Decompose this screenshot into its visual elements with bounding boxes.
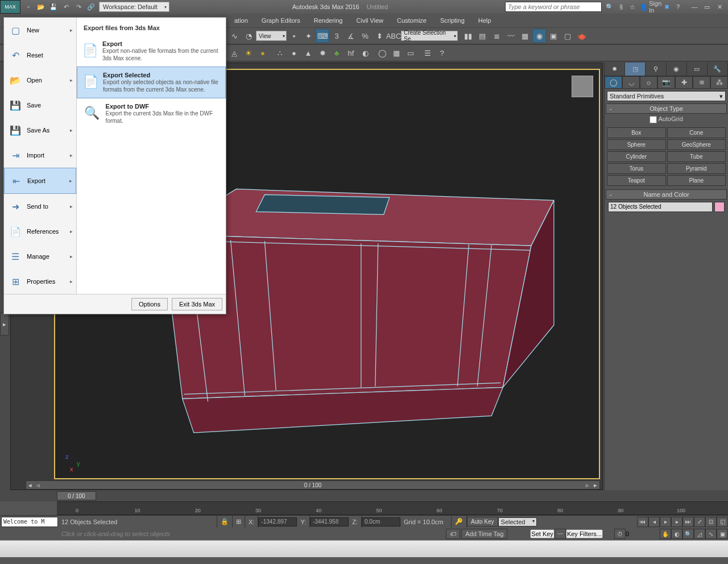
autokey-button[interactable]: Auto Key: [467, 517, 498, 526]
scroll-step-right-icon[interactable]: ▹: [584, 482, 592, 489]
render-frame-icon[interactable]: ▢: [561, 29, 574, 43]
appmenu-reset[interactable]: ↶Reset: [4, 43, 76, 68]
prim-pyramid[interactable]: Pyramid: [667, 163, 726, 174]
object-type-header[interactable]: Object Type: [606, 103, 727, 114]
zoom2-icon[interactable]: ⤡: [705, 529, 717, 539]
redo-icon[interactable]: ↷: [73, 2, 84, 12]
goto-end-icon[interactable]: ⏭: [682, 517, 694, 527]
orbit-icon[interactable]: ◐: [671, 529, 682, 539]
search-icon[interactable]: 🔍: [605, 2, 614, 11]
tab-hierarchy[interactable]: ⚲: [646, 63, 666, 76]
appmenu-new[interactable]: ▢New▸: [4, 18, 76, 43]
prim-geosphere[interactable]: GeoSphere: [667, 139, 726, 150]
scroll-step-left-icon[interactable]: ◃: [34, 482, 42, 489]
subtab-spacewarps[interactable]: ≋: [693, 76, 710, 89]
list-icon[interactable]: ☰: [421, 46, 435, 60]
new-icon[interactable]: ▫: [23, 2, 34, 12]
tab-utilities[interactable]: 🔧: [708, 63, 728, 76]
dolly-icon[interactable]: 🔍: [682, 529, 694, 539]
light-icon[interactable]: ☀: [242, 46, 255, 60]
user-icon[interactable]: 👤: [639, 2, 648, 11]
appmenu-open[interactable]: 📂Open▸: [4, 68, 76, 93]
subtab-cameras[interactable]: 📷: [657, 76, 675, 89]
align-icon[interactable]: ▤: [475, 29, 489, 43]
sphere-prim-icon[interactable]: ●: [256, 46, 270, 60]
goto-start-icon[interactable]: ⏮: [637, 517, 648, 527]
isolate-icon[interactable]: ◬: [228, 46, 241, 60]
menu-customize[interactable]: Customize: [390, 15, 433, 26]
cloth-icon[interactable]: ◐: [358, 46, 372, 60]
layers-icon[interactable]: ≣: [490, 29, 503, 43]
color-swatch[interactable]: [714, 202, 725, 212]
prim-teapot[interactable]: Teapot: [607, 175, 666, 186]
max-viewport-icon[interactable]: ◱: [717, 517, 728, 527]
selection-set-dropdown[interactable]: Create Selection Se: [401, 31, 458, 41]
safe-frame-icon[interactable]: ▭: [404, 46, 417, 60]
viewport-scrollbar[interactable]: ◂ ◃ 0 / 100 ▹ ▸: [26, 480, 600, 490]
foliage-icon[interactable]: ♣: [330, 46, 344, 60]
material-editor-icon[interactable]: ◉: [532, 29, 546, 43]
fov-icon[interactable]: ◿: [694, 529, 705, 539]
menu-animation[interactable]: ation: [228, 15, 255, 26]
menu-rendering[interactable]: Rendering: [307, 15, 350, 26]
subtab-geometry[interactable]: ◯: [605, 76, 622, 89]
prim-sphere[interactable]: Sphere: [607, 139, 666, 150]
favorite-icon[interactable]: ☆: [628, 2, 637, 11]
z-coord[interactable]: 0.0cm: [362, 517, 400, 526]
play-icon[interactable]: ▸: [660, 517, 671, 527]
setkey-button[interactable]: Set Key: [530, 529, 555, 538]
save-icon[interactable]: 💾: [48, 2, 59, 12]
prim-torus[interactable]: Torus: [607, 163, 666, 174]
current-frame[interactable]: 0: [626, 530, 648, 537]
next-frame-icon[interactable]: ▸: [671, 517, 682, 527]
time-config-icon[interactable]: ⏱: [614, 529, 626, 539]
undo-icon[interactable]: ↶: [60, 2, 72, 12]
keyboard-shortcut-icon[interactable]: ⌨: [316, 29, 329, 43]
keymode-dropdown[interactable]: Selected: [498, 517, 537, 526]
max-toggle-icon[interactable]: ▣: [717, 529, 728, 539]
prim-cylinder[interactable]: Cylinder: [607, 151, 666, 162]
appmenu-references[interactable]: 📄References▸: [4, 219, 76, 244]
exit-button[interactable]: Exit 3ds Max: [172, 298, 222, 310]
select-manip-icon[interactable]: ✦: [301, 29, 315, 43]
named-sel-icon[interactable]: ABC: [387, 29, 400, 43]
menu-civil-view[interactable]: Civil View: [350, 15, 390, 26]
timetag-icon[interactable]: 🏷: [446, 529, 460, 539]
link-icon[interactable]: 🔗: [85, 2, 97, 12]
appmenu-manage[interactable]: ☰Manage▸: [4, 244, 76, 269]
signin-button[interactable]: Sign In: [651, 2, 660, 11]
export-option-export[interactable]: 📄ExportExport non-native file formats fr…: [77, 36, 226, 67]
appmenu-send-to[interactable]: ➜Send to▸: [4, 194, 76, 219]
prim-box[interactable]: Box: [607, 127, 666, 138]
tab-modify[interactable]: ◳: [625, 63, 646, 76]
tab-motion[interactable]: ◉: [667, 63, 687, 76]
scroll-track[interactable]: 0 / 100: [42, 482, 584, 488]
help-icon[interactable]: ?: [673, 2, 682, 11]
prim-tube[interactable]: Tube: [667, 151, 726, 162]
spinner-snap-icon[interactable]: ⬍: [373, 29, 386, 43]
category-dropdown[interactable]: Standard Primitives: [607, 91, 726, 101]
render-icon[interactable]: 🫖: [575, 29, 589, 43]
appmenu-import[interactable]: ⇥Import▸: [4, 143, 76, 168]
render-setup-icon[interactable]: ▣: [547, 29, 560, 43]
menu-help[interactable]: Help: [471, 15, 498, 26]
options-button[interactable]: Options: [131, 298, 168, 310]
hair-icon[interactable]: hf: [344, 46, 358, 60]
pan-icon[interactable]: ✋: [660, 529, 671, 539]
shade-icon[interactable]: ◯: [375, 46, 389, 60]
export-option-export-to-dwf[interactable]: 🔍Export to DWFExport the current 3ds Max…: [77, 98, 226, 129]
time-slider-handle[interactable]: 0 / 100: [57, 491, 96, 500]
coord-mode-icon[interactable]: ⊞: [233, 516, 245, 528]
time-ruler[interactable]: 0102030405060708090100: [57, 501, 728, 515]
time-slider-row[interactable]: 0 / 100: [0, 490, 728, 501]
curve-editor-icon[interactable]: 〰: [504, 29, 518, 43]
subtab-helpers[interactable]: ✚: [675, 76, 693, 89]
maximize-button[interactable]: ▭: [702, 2, 712, 11]
subtab-shapes[interactable]: ◡: [622, 76, 640, 89]
keymode-icon[interactable]: 〰: [555, 529, 566, 539]
particle-icon[interactable]: ∴: [273, 46, 287, 60]
key-icon[interactable]: 🔑: [452, 516, 467, 528]
menu-scripting[interactable]: Scripting: [433, 15, 471, 26]
minimize-button[interactable]: —: [689, 2, 700, 11]
maxscript-listener[interactable]: [1, 517, 58, 527]
